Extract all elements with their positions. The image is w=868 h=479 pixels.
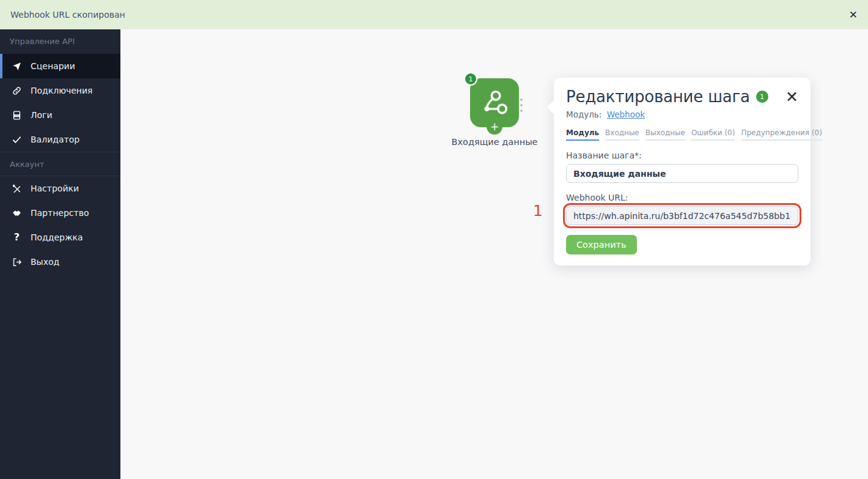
log-file-icon: LOG xyxy=(11,110,23,121)
handshake-icon xyxy=(11,207,23,219)
close-icon[interactable]: ✕ xyxy=(785,89,798,105)
sidebar-section-account: Аккаунт xyxy=(0,152,120,176)
tab-errors[interactable]: Ошибки (0) xyxy=(691,128,735,141)
tab-warnings[interactable]: Предупреждения (0) xyxy=(741,128,822,141)
link-icon xyxy=(11,85,23,97)
save-button[interactable]: Сохранить xyxy=(566,235,637,254)
sidebar-item-label: Партнерство xyxy=(31,208,89,218)
send-icon xyxy=(11,61,23,72)
sidebar-item-label: Валидатор xyxy=(31,135,79,144)
module-label: Модуль: xyxy=(566,110,601,119)
notification-bar: Webhook URL скопирован ✕ xyxy=(0,0,868,29)
sidebar-item-scenarios[interactable]: Сценарии xyxy=(0,54,120,78)
add-step-button[interactable]: + xyxy=(487,119,502,135)
edit-step-panel: Редактирование шага 1 ✕ Модуль: Webhook … xyxy=(554,78,811,265)
node-badge: 1 xyxy=(464,72,477,86)
node-label: Входящие данные xyxy=(433,137,556,147)
webhook-node[interactable]: 1 + xyxy=(470,78,519,127)
sidebar-section-api-management: Управление API xyxy=(0,29,120,54)
step-name-label: Название шага*: xyxy=(566,150,798,160)
module-line: Модуль: Webhook xyxy=(566,110,798,119)
sidebar-item-validator[interactable]: Валидатор xyxy=(0,127,120,152)
tools-icon xyxy=(11,183,23,195)
check-icon xyxy=(11,134,23,146)
notification-text: Webhook URL скопирован xyxy=(10,10,125,20)
webhook-url-input[interactable] xyxy=(566,206,798,225)
tab-outputs[interactable]: Выходные xyxy=(645,128,685,141)
sidebar-item-logout[interactable]: Выход xyxy=(0,250,120,274)
sidebar-item-settings[interactable]: Настройки xyxy=(0,176,120,201)
sidebar-item-label: Поддержка xyxy=(31,232,83,242)
step-name-input[interactable] xyxy=(566,164,798,183)
panel-title: Редактирование шага xyxy=(566,87,750,106)
panel-pointer xyxy=(547,100,561,114)
sidebar-item-support[interactable]: ? Поддержка xyxy=(0,225,120,250)
svg-text:LOG: LOG xyxy=(15,114,19,117)
sidebar-item-label: Логи xyxy=(31,110,53,120)
logout-icon xyxy=(11,256,23,268)
sidebar: Управление API Сценарии Подключения LOG … xyxy=(0,29,120,479)
close-icon[interactable]: ✕ xyxy=(849,10,858,20)
tab-module[interactable]: Модуль xyxy=(566,128,599,141)
panel-tabs: Модуль Входные Выходные Ошибки (0) Преду… xyxy=(566,128,798,141)
sidebar-item-label: Сценарии xyxy=(31,61,75,71)
module-link[interactable]: Webhook xyxy=(607,110,645,119)
question-icon: ? xyxy=(11,232,23,243)
sidebar-item-connections[interactable]: Подключения xyxy=(0,78,120,103)
webhook-icon xyxy=(479,87,510,118)
tab-inputs[interactable]: Входные xyxy=(605,128,639,141)
sidebar-item-partnership[interactable]: Партнерство xyxy=(0,201,120,225)
node-menu-dots[interactable] xyxy=(520,98,523,112)
panel-step-badge: 1 xyxy=(756,91,768,103)
sidebar-item-label: Подключения xyxy=(31,86,93,95)
webhook-url-label: Webhook URL: xyxy=(566,193,798,202)
annotation-number: 1 xyxy=(533,202,543,220)
sidebar-item-label: Выход xyxy=(31,257,59,267)
sidebar-item-label: Настройки xyxy=(31,184,79,193)
sidebar-item-logs[interactable]: LOG Логи xyxy=(0,103,120,127)
